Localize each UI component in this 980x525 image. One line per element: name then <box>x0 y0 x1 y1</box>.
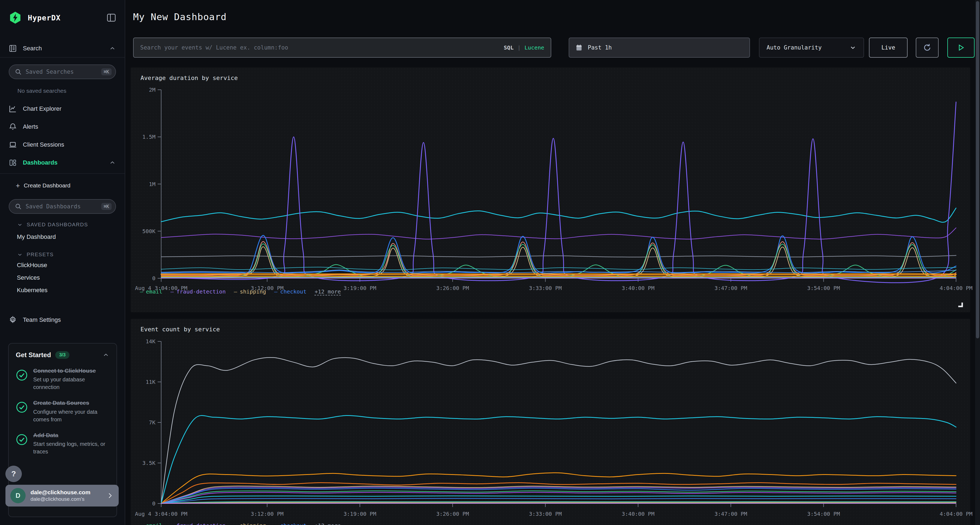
legend-item[interactable]: —email <box>140 288 162 295</box>
live-button[interactable]: Live <box>869 38 908 58</box>
avg-duration-chart-canvas[interactable]: 0500K1M1.5M2MAug 4 3:04:00 PM3:12:00 PM3… <box>130 67 970 312</box>
query-language-toggle[interactable]: SQL | Lucene <box>504 44 544 51</box>
granularity-select[interactable]: Auto Granularity <box>759 38 864 58</box>
svg-text:7K: 7K <box>149 419 156 426</box>
legend-swatch: — <box>140 522 143 525</box>
saved-dashboards-input[interactable]: Saved Dashboards ⌘K <box>9 199 116 214</box>
svg-text:2M: 2M <box>149 87 156 93</box>
user-menu[interactable]: D dale@clickhouse.com dale@clickhouse.co… <box>5 485 119 506</box>
legend-swatch: — <box>170 288 174 295</box>
section-label: SAVED DASHBOARDS <box>27 222 88 228</box>
legend-label: checkout <box>280 522 306 525</box>
checklist-item-desc: Configure where your data comes from <box>33 408 107 423</box>
panel-avg-duration: Average duration by service 0500K1M1.5M2… <box>130 67 970 312</box>
svg-text:3:54:00 PM: 3:54:00 PM <box>807 511 840 517</box>
create-dashboard-label: Create Dashboard <box>24 182 70 189</box>
chevron-up-icon <box>109 45 116 52</box>
legend-item[interactable]: —email <box>140 522 162 525</box>
section-saved-dashboards[interactable]: SAVED DASHBOARDS <box>17 222 88 228</box>
progress-badge: 3/3 <box>55 351 69 359</box>
sidebar-item-my-dashboard[interactable]: My Dashboard <box>17 233 56 241</box>
chevron-down-icon <box>850 44 856 51</box>
svg-text:500K: 500K <box>142 228 156 235</box>
chevron-right-icon <box>106 492 114 500</box>
search-icon <box>15 203 22 210</box>
no-saved-searches-text: No saved searches <box>18 87 67 94</box>
user-org: dale@clickhouse.com's <box>30 496 91 503</box>
saved-dashboards-placeholder: Saved Dashboards <box>25 203 97 210</box>
checklist-item-sources[interactable]: Create Data Sources Configure where your… <box>16 399 110 423</box>
user-email: dale@clickhouse.com <box>30 489 91 496</box>
svg-text:1.5M: 1.5M <box>142 133 156 140</box>
panel-resize-handle[interactable] <box>957 301 963 308</box>
legend-item[interactable]: —shipping <box>234 522 266 525</box>
search-section-icon <box>9 44 17 52</box>
section-presets[interactable]: PRESETS <box>17 252 54 258</box>
check-circle-icon <box>16 369 28 381</box>
legend-more-link[interactable]: +12 more <box>315 522 341 525</box>
shortcut-badge: ⌘K <box>101 203 111 210</box>
legend-label: email <box>146 522 162 525</box>
panel-event-count: Event count by service 03.5K7K11K14KAug … <box>130 319 970 525</box>
legend-item[interactable]: —shipping <box>234 288 266 295</box>
checklist-item-title: Connect to ClickHouse <box>33 367 105 374</box>
hyperdx-app: HyperDX Search Saved Searches ⌘K No save… <box>0 0 980 525</box>
sidebar-item-label: Team Settings <box>23 316 61 324</box>
legend-more-link[interactable]: +12 more <box>315 288 341 295</box>
help-button[interactable]: ? <box>5 466 22 482</box>
get-started-header[interactable]: Get Started 3/3 <box>16 351 110 359</box>
legend-item[interactable]: —fraud-detection <box>170 288 226 295</box>
sql-toggle[interactable]: SQL <box>504 44 514 51</box>
sidebar-item-label: Client Sessions <box>23 141 64 148</box>
chart-explorer-icon <box>9 105 17 113</box>
checklist-item-add-data[interactable]: Add Data Start sending logs, metrics, or… <box>16 431 110 455</box>
svg-text:3:19:00 PM: 3:19:00 PM <box>344 511 376 517</box>
sidebar-item-search[interactable]: Search <box>9 41 116 56</box>
time-range-picker[interactable]: Past 1h <box>569 38 750 58</box>
check-circle-icon <box>16 401 28 413</box>
sidebar-item-kubernetes[interactable]: Kubernetes <box>17 287 48 294</box>
legend-swatch: — <box>140 288 143 295</box>
scrollbar-track[interactable] <box>975 0 980 525</box>
svg-text:3:47:00 PM: 3:47:00 PM <box>714 511 747 517</box>
gear-icon <box>9 316 17 324</box>
legend-label: checkout <box>280 288 306 295</box>
chevron-up-icon <box>109 159 116 166</box>
checklist-item-title: Add Data <box>33 431 105 439</box>
sidebar-item-label: Search <box>23 45 42 52</box>
sidebar-item-client-sessions[interactable]: Client Sessions <box>9 137 116 152</box>
sidebar-item-team-settings[interactable]: Team Settings <box>9 312 116 328</box>
create-dashboard-button[interactable]: + Create Dashboard <box>16 179 70 192</box>
legend-item[interactable]: —checkout <box>274 522 306 525</box>
sidebar-item-chart-explorer[interactable]: Chart Explorer <box>9 101 116 116</box>
sidebar-item-alerts[interactable]: Alerts <box>9 119 116 134</box>
run-query-button[interactable] <box>947 38 975 58</box>
svg-text:11K: 11K <box>146 379 156 385</box>
page-title: My New Dashboard <box>133 11 227 22</box>
toggle-separator: | <box>517 44 521 51</box>
sidebar-item-services[interactable]: Services <box>17 274 40 281</box>
checklist-item-title: Create Data Sources <box>33 399 105 407</box>
legend-item[interactable]: —checkout <box>274 288 306 295</box>
saved-searches-input[interactable]: Saved Searches ⌘K <box>9 65 116 79</box>
scrollbar-thumb[interactable] <box>976 1 979 338</box>
sidebar-item-clickhouse[interactable]: ClickHouse <box>17 262 47 269</box>
lucene-toggle[interactable]: Lucene <box>525 44 544 51</box>
play-icon <box>957 43 965 52</box>
event-search-input[interactable]: Search your events w/ Lucene ex. column:… <box>133 38 551 58</box>
legend-item[interactable]: —fraud-detection <box>170 522 226 525</box>
sidebar-item-dashboards[interactable]: Dashboards <box>9 155 116 170</box>
svg-text:0: 0 <box>152 500 156 507</box>
event-count-chart-canvas[interactable]: 03.5K7K11K14KAug 4 3:04:00 PM3:12:00 PM3… <box>130 319 970 525</box>
svg-text:14K: 14K <box>146 338 156 345</box>
hyperdx-logo-icon <box>9 11 22 24</box>
checklist-item-desc: Start sending logs, metrics, or traces <box>33 440 107 455</box>
main-content: My New Dashboard Search your events w/ L… <box>126 0 975 525</box>
sidebar-collapse-icon[interactable] <box>107 14 116 22</box>
get-started-title: Get Started <box>16 351 51 359</box>
legend-swatch: — <box>234 288 237 295</box>
refresh-button[interactable] <box>916 38 939 58</box>
checklist-item-connect[interactable]: Connect to ClickHouse Set up your databa… <box>16 367 110 391</box>
svg-text:0: 0 <box>152 275 156 282</box>
legend-swatch: — <box>274 522 277 525</box>
